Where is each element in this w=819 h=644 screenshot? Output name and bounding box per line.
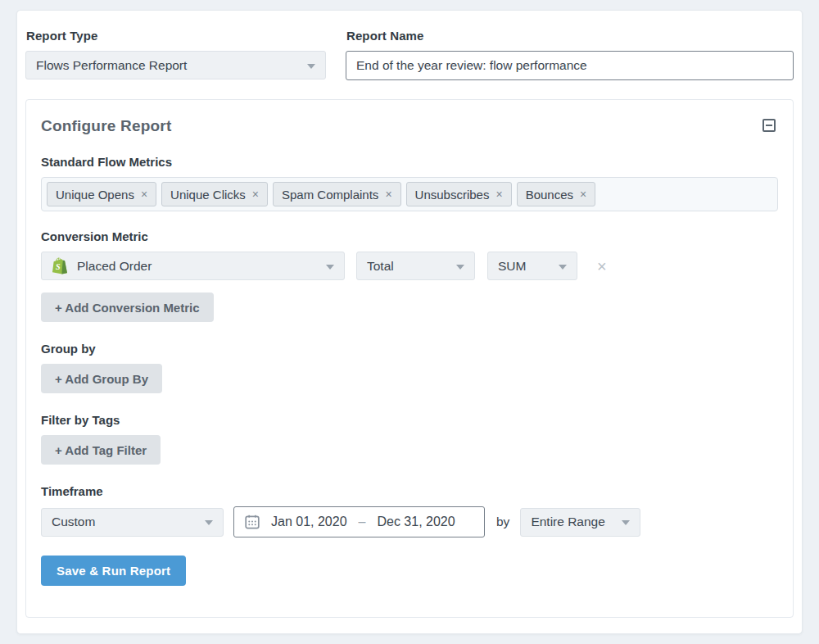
end-date-value: Dec 31, 2020 xyxy=(377,515,455,529)
timeframe-row: Custom Jan 01, 2020 – xyxy=(41,506,778,537)
chevron-down-icon xyxy=(205,520,213,525)
save-run-report-button[interactable]: Save & Run Report xyxy=(41,556,186,586)
report-builder-card: Report Type Flows Performance Report Rep… xyxy=(16,10,803,634)
metric-chip-label: Spam Complaints xyxy=(282,188,378,202)
conversion-function-value: SUM xyxy=(498,259,526,274)
by-label: by xyxy=(496,515,509,529)
conversion-aggregation-value: Total xyxy=(367,259,394,274)
metric-chip: Spam Complaints× xyxy=(273,182,401,206)
conversion-metric-label: Conversion Metric xyxy=(41,229,778,243)
remove-chip-icon[interactable]: × xyxy=(580,188,586,200)
chevron-down-icon xyxy=(559,265,567,270)
report-type-label: Report Type xyxy=(26,29,326,43)
chevron-down-icon xyxy=(326,265,334,270)
calendar-icon xyxy=(244,514,260,530)
group-by-label: Group by xyxy=(41,342,778,356)
report-name-input[interactable] xyxy=(346,51,794,80)
filter-by-tags-label: Filter by Tags xyxy=(41,413,778,427)
report-type-field: Report Type Flows Performance Report xyxy=(25,29,326,80)
timeframe-preset-value: Custom xyxy=(52,515,95,529)
add-group-by-button[interactable]: + Add Group By xyxy=(41,364,162,393)
granularity-value: Entire Range xyxy=(531,515,604,529)
standard-flow-metrics-input[interactable]: Unique Opens×Unique Clicks×Spam Complain… xyxy=(41,177,778,211)
remove-chip-icon[interactable]: × xyxy=(495,188,502,200)
metric-chip-label: Unsubscribes xyxy=(415,188,490,202)
metric-chip: Unique Opens× xyxy=(47,182,156,206)
timeframe-label: Timeframe xyxy=(41,484,778,498)
report-type-value: Flows Performance Report xyxy=(36,58,187,73)
metric-chip: Unique Clicks× xyxy=(161,182,268,206)
metric-chip: Bounces× xyxy=(517,182,596,206)
date-range-picker[interactable]: Jan 01, 2020 – Dec 31, 2020 xyxy=(233,506,485,537)
add-conversion-metric-button[interactable]: + Add Conversion Metric xyxy=(41,293,214,322)
conversion-metric-row: S Placed Order Total SUM × xyxy=(41,252,778,280)
date-separator: – xyxy=(359,515,366,529)
standard-flow-metrics-label: Standard Flow Metrics xyxy=(41,155,778,169)
configure-report-title: Configure Report xyxy=(41,117,778,135)
collapse-section-button[interactable] xyxy=(762,119,776,132)
start-date-value: Jan 01, 2020 xyxy=(271,515,347,529)
conversion-metric-value: Placed Order xyxy=(77,259,152,274)
shopify-icon: S xyxy=(50,256,69,275)
granularity-select[interactable]: Entire Range xyxy=(520,508,640,537)
configure-report-card: Configure Report Standard Flow Metrics U… xyxy=(25,99,794,618)
chevron-down-icon xyxy=(307,64,315,69)
report-name-label: Report Name xyxy=(346,29,794,43)
remove-chip-icon[interactable]: × xyxy=(141,188,147,200)
chevron-down-icon xyxy=(456,265,464,270)
remove-chip-icon[interactable]: × xyxy=(385,188,391,200)
metric-chip-label: Unique Opens xyxy=(56,188,134,202)
remove-conversion-metric-icon[interactable]: × xyxy=(597,258,607,274)
report-type-select[interactable]: Flows Performance Report xyxy=(25,51,326,79)
metric-chip: Unsubscribes× xyxy=(406,182,512,206)
chevron-down-icon xyxy=(622,520,630,525)
metric-chip-label: Unique Clicks xyxy=(170,188,246,202)
add-tag-filter-button[interactable]: + Add Tag Filter xyxy=(41,435,161,465)
svg-text:S: S xyxy=(56,262,61,271)
conversion-aggregation-select[interactable]: Total xyxy=(356,252,475,280)
conversion-metric-select[interactable]: S Placed Order xyxy=(41,252,345,280)
minus-icon xyxy=(766,125,772,126)
report-header-row: Report Type Flows Performance Report Rep… xyxy=(25,29,794,80)
remove-chip-icon[interactable]: × xyxy=(252,188,259,200)
timeframe-preset-select[interactable]: Custom xyxy=(41,508,224,537)
metric-chip-label: Bounces xyxy=(526,188,573,202)
conversion-function-select[interactable]: SUM xyxy=(487,252,577,280)
report-name-field: Report Name xyxy=(346,29,794,80)
